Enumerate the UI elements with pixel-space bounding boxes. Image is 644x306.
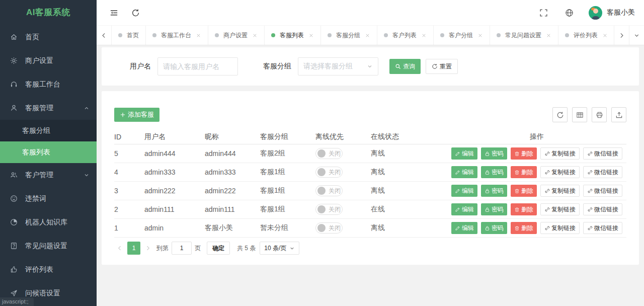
chevron-left-icon <box>101 32 107 39</box>
tab-home[interactable]: 首页 <box>112 26 146 45</box>
sidebar-subitem-service-group[interactable]: 客服分组 <box>0 120 97 141</box>
tab-service-workbench[interactable]: 客服工作台 <box>146 26 208 45</box>
query-button[interactable]: 查询 <box>389 59 421 74</box>
sidebar-item-merchant-settings[interactable]: 商户设置 <box>0 49 97 72</box>
password-button[interactable]: 密码 <box>481 147 507 160</box>
copy-link-button[interactable]: 复制链接 <box>540 166 580 178</box>
sidebar-item-service-management[interactable]: 客服管理 <box>0 96 97 120</box>
close-icon[interactable] <box>365 33 370 38</box>
sidebar-item-customer-management[interactable]: 客户管理 <box>0 163 97 187</box>
username-input[interactable] <box>157 57 238 75</box>
tab-customer-list[interactable]: 客户列表 <box>377 26 434 45</box>
language-button[interactable] <box>563 7 576 19</box>
offline-priority-toggle[interactable]: 关闭 <box>315 204 343 215</box>
offline-priority-toggle[interactable]: 关闭 <box>315 148 343 159</box>
cell-id: 2 <box>114 205 144 213</box>
tabs-strip: 首页 客服工作台 商户设置 客服列表 <box>112 26 614 45</box>
toggle-knob <box>317 224 326 232</box>
close-icon[interactable] <box>421 33 427 38</box>
table-print-button[interactable] <box>592 107 607 122</box>
sidebar-subitem-service-list[interactable]: 客服列表 <box>0 141 97 163</box>
table-toolbar: 添加客服 <box>114 107 626 122</box>
current-page[interactable]: 1 <box>127 242 140 255</box>
delete-button[interactable]: 删除 <box>511 203 537 215</box>
prev-page-button[interactable] <box>114 242 125 255</box>
table-export-button[interactable] <box>611 107 626 122</box>
close-icon[interactable] <box>196 33 201 38</box>
tab-merchant-settings[interactable]: 商户设置 <box>208 26 265 45</box>
delete-button[interactable]: 删除 <box>511 185 537 197</box>
offline-priority-toggle[interactable]: 关闭 <box>315 222 343 234</box>
sidebar-collapse-button[interactable] <box>108 7 120 19</box>
cell-nickname: admin222 <box>205 187 260 195</box>
next-page-button[interactable] <box>142 242 153 255</box>
close-icon[interactable] <box>477 33 483 38</box>
edit-button[interactable]: 编辑 <box>451 166 477 178</box>
tab-faq-settings[interactable]: 常见问题设置 <box>490 26 558 45</box>
service-group-select[interactable]: 请选择客服分组 <box>298 57 378 75</box>
refresh-page-button[interactable] <box>129 7 142 19</box>
export-icon <box>615 111 623 119</box>
copy-link-button[interactable]: 复制链接 <box>540 185 580 197</box>
wechat-link-button[interactable]: 微信链接 <box>583 166 622 178</box>
tabs-menu-button[interactable] <box>629 26 644 45</box>
username[interactable]: 客服小美 <box>607 8 635 17</box>
table-panel: 添加客服 <box>102 91 639 265</box>
goto-page-input[interactable] <box>172 242 192 255</box>
offline-priority-toggle[interactable]: 关闭 <box>315 167 343 178</box>
close-icon[interactable] <box>602 33 608 38</box>
password-button[interactable]: 密码 <box>481 203 507 215</box>
edit-button[interactable]: 编辑 <box>451 203 477 215</box>
password-button[interactable]: 密码 <box>481 166 507 178</box>
delete-button[interactable]: 删除 <box>511 222 537 234</box>
wechat-link-button[interactable]: 微信链接 <box>583 185 622 197</box>
page-size-select[interactable]: 10 条/页 <box>260 242 299 255</box>
delete-button[interactable]: 删除 <box>511 166 537 178</box>
tab-label: 客服列表 <box>280 31 304 40</box>
tab-customer-group[interactable]: 客户分组 <box>434 26 490 45</box>
close-icon[interactable] <box>308 33 314 38</box>
add-service-button[interactable]: 添加客服 <box>114 108 159 122</box>
delete-button[interactable]: 删除 <box>511 147 537 160</box>
copy-link-button[interactable]: 复制链接 <box>540 147 580 160</box>
tab-service-group[interactable]: 客服分组 <box>321 26 377 45</box>
chevron-up-icon <box>84 105 90 111</box>
sidebar-item-review-list[interactable]: 评价列表 <box>0 258 97 281</box>
tabs-scroll-right-button[interactable] <box>614 26 629 45</box>
cell-actions: 编辑 密码 删除 复制链接 微信链接 <box>451 185 626 197</box>
edit-button[interactable]: 编辑 <box>451 147 477 160</box>
reset-button[interactable]: 重置 <box>426 59 458 74</box>
tab-service-list[interactable]: 客服列表 <box>265 26 321 45</box>
table-columns-button[interactable] <box>572 107 587 122</box>
cell-nickname: 客服小美 <box>205 223 260 233</box>
offline-priority-toggle[interactable]: 关闭 <box>315 185 343 196</box>
wechat-link-button[interactable]: 微信链接 <box>583 147 622 160</box>
wechat-link-button[interactable]: 微信链接 <box>583 203 622 215</box>
sidebar-item-faq-settings[interactable]: 常见问题设置 <box>0 234 97 258</box>
password-button[interactable]: 密码 <box>481 185 507 197</box>
toggle-knob <box>317 187 326 195</box>
tab-review-list[interactable]: 评价列表 <box>558 26 614 45</box>
avatar[interactable] <box>589 6 602 20</box>
column-header-group: 客服分组 <box>260 132 315 141</box>
tabs-scroll-left-button[interactable] <box>97 26 112 45</box>
service-group-placeholder: 请选择客服分组 <box>303 62 353 71</box>
table-row: 5 admin444 admin444 客服2组 关闭 离线 编辑 密码 删除 … <box>114 144 626 163</box>
cell-actions: 编辑 密码 删除 复制链接 微信链接 <box>451 222 626 234</box>
table-refresh-button[interactable] <box>552 107 568 122</box>
sidebar-item-robot-knowledge[interactable]: 机器人知识库 <box>0 210 97 234</box>
close-icon[interactable] <box>252 33 258 38</box>
sidebar-item-service-workbench[interactable]: 客服工作台 <box>0 72 97 96</box>
wechat-link-button[interactable]: 微信链接 <box>583 222 622 234</box>
fullscreen-button[interactable] <box>537 7 550 19</box>
sidebar-item-home[interactable]: 首页 <box>0 25 97 49</box>
close-icon[interactable] <box>546 33 551 38</box>
copy-link-button[interactable]: 复制链接 <box>540 222 580 234</box>
edit-button[interactable]: 编辑 <box>451 185 477 197</box>
edit-button[interactable]: 编辑 <box>451 222 477 234</box>
copy-link-button[interactable]: 复制链接 <box>540 203 580 215</box>
goto-confirm-button[interactable]: 确定 <box>207 242 230 255</box>
tab-status-dot <box>215 33 219 37</box>
sidebar-item-forbidden-words[interactable]: 违禁词 <box>0 187 97 210</box>
password-button[interactable]: 密码 <box>481 222 507 234</box>
